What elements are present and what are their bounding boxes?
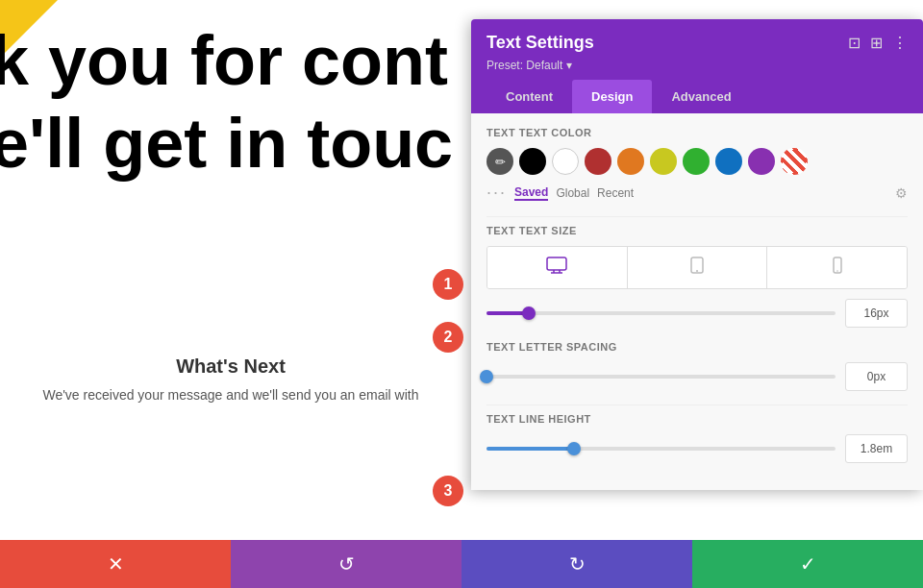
more-icon[interactable]: ⋮ [892,34,908,52]
divider-1 [486,216,908,217]
bottom-action-bar: ✕ ↺ ↻ ✓ [0,540,923,588]
line-height-value[interactable]: 1.8em [845,434,908,463]
undo-button[interactable]: ↺ [231,540,462,588]
letter-spacing-slider-row: 0px [486,362,908,391]
panel-body: Text Text Color ✏ ··· Saved Global Recen… [471,113,923,490]
color-white[interactable] [552,148,579,175]
color-tab-global[interactable]: Global [556,186,589,200]
size-slider-row: 16px [486,299,908,328]
header-line1: k you for cont [0,19,453,102]
gear-icon[interactable]: ⚙ [895,185,908,201]
step-badge-1: 1 [433,269,463,300]
save-icon: ✓ [800,552,816,576]
what-next-section: What's Next We've received your message … [0,355,462,403]
device-buttons [486,246,908,289]
tab-content[interactable]: Content [486,80,572,113]
what-next-desc: We've received your message and we'll se… [19,387,442,403]
cancel-button[interactable]: ✕ [0,540,231,588]
color-blue[interactable] [715,148,742,175]
line-height-fill [486,447,574,451]
desktop-btn[interactable] [487,247,628,288]
line-height-slider-row: 1.8em [486,434,908,463]
color-green[interactable] [683,148,710,175]
step-badge-2: 2 [433,322,463,353]
panel-title: Text Settings [486,33,594,53]
line-height-thumb[interactable] [567,442,581,455]
line-height-track [486,447,836,451]
svg-point-5 [696,270,698,272]
tab-design[interactable]: Design [572,80,652,113]
desktop-icon [546,257,567,279]
svg-rect-0 [547,257,566,270]
color-swatches-row: ✏ [486,148,908,175]
panel-header: Text Settings ⊡ ⊞ ⋮ Preset: Default ▾ Co… [471,19,923,113]
step-badge-3: 3 [433,476,463,506]
letter-spacing-slider[interactable] [486,375,836,379]
color-black[interactable] [519,148,546,175]
svg-point-7 [836,270,838,272]
settings-panel: Text Settings ⊡ ⊞ ⋮ Preset: Default ▾ Co… [471,19,923,490]
mobile-icon [833,257,842,279]
tablet-btn[interactable] [628,247,768,288]
undo-icon: ↺ [338,552,355,576]
size-slider[interactable] [486,311,836,315]
divider-2 [486,404,908,405]
panel-tabs: Content Design Advanced [486,80,908,113]
letter-spacing-track [486,375,836,379]
panel-title-row: Text Settings ⊡ ⊞ ⋮ [486,33,908,53]
page-header: k you for cont e'll get in touc [0,19,453,185]
expand-icon[interactable]: ⊡ [848,34,861,52]
letter-spacing-label: Text Letter Spacing [486,341,908,353]
color-tabs-row: ··· Saved Global Recent ⚙ [486,183,908,203]
letter-spacing-thumb[interactable] [480,370,493,383]
panel-preset[interactable]: Preset: Default ▾ [486,59,908,72]
tab-advanced[interactable]: Advanced [652,80,750,113]
line-height-slider[interactable] [486,447,836,451]
mobile-btn[interactable] [767,247,907,288]
save-button[interactable]: ✓ [692,540,923,588]
split-icon[interactable]: ⊞ [870,34,883,52]
color-section-label: Text Text Color [486,127,908,138]
color-purple[interactable] [748,148,775,175]
pencil-icon: ✏ [495,155,506,169]
size-section-label: Text Text Size [486,225,908,236]
size-section: Text Text Size [486,225,908,328]
redo-icon: ↻ [569,552,586,576]
color-orange[interactable] [617,148,644,175]
redo-button[interactable]: ↻ [462,540,692,588]
size-slider-track [486,311,836,315]
color-tab-recent[interactable]: Recent [597,186,634,200]
line-height-label: Text Line Height [486,413,908,425]
more-dots[interactable]: ··· [486,183,507,203]
what-next-title: What's Next [19,355,442,378]
cancel-icon: ✕ [108,552,124,576]
size-value[interactable]: 16px [845,299,908,328]
header-line2: e'll get in touc [0,102,453,184]
color-tab-saved[interactable]: Saved [514,185,548,201]
color-picker-swatch[interactable]: ✏ [486,148,513,175]
panel-header-icons: ⊡ ⊞ ⋮ [848,34,908,52]
color-yellow[interactable] [650,148,677,175]
color-striped[interactable] [781,148,808,175]
size-slider-thumb[interactable] [522,306,536,320]
tablet-icon [690,257,704,279]
letter-spacing-value[interactable]: 0px [845,362,908,391]
color-red[interactable] [585,148,611,175]
